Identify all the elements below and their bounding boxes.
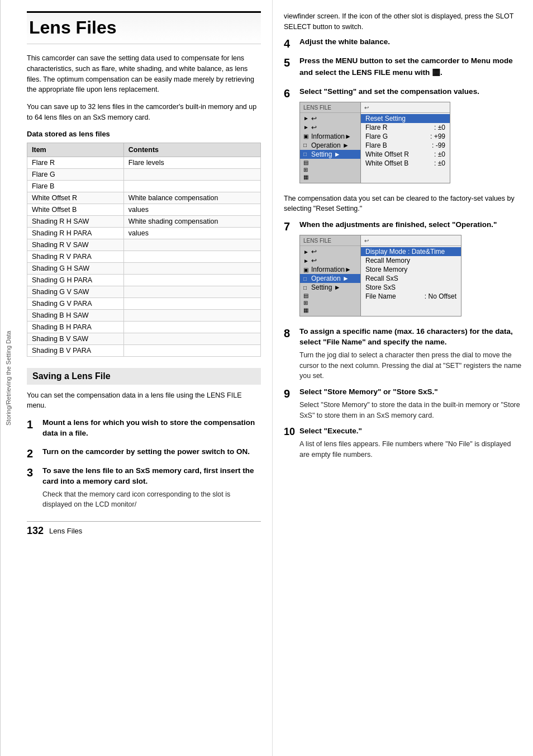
table-cell-contents: [123, 344, 260, 356]
table-cell-item: Flare G: [27, 168, 124, 180]
step-10-title: Select "Execute.": [299, 426, 522, 437]
table-cell-item: Shading R H SAW: [27, 215, 124, 227]
table-header-contents: Contents: [123, 143, 260, 157]
step-8-number: 8: [284, 327, 299, 340]
table-cell-item: White Offset B: [27, 204, 124, 215]
table-cell-contents: [123, 168, 260, 180]
step-3-title: To save the lens file to an SxS memory c…: [42, 466, 261, 487]
table-row: Shading B V SAW: [27, 333, 261, 344]
left-column: Lens Files This camcorder can save the s…: [16, 0, 273, 756]
menu1-row-arrow2: ►↩: [300, 123, 360, 132]
step-7-number: 7: [284, 220, 299, 233]
lens-file-menu-2: LENS FILE ►↩ ►↩ ▣Information► □Operation…: [299, 235, 522, 316]
step-9-desc: Select "Store Memory" to store the data …: [299, 400, 522, 421]
table-cell-contents: [123, 274, 260, 286]
step-2-number: 2: [27, 447, 42, 460]
step-6-content: Select "Setting" and set the compensatio…: [299, 87, 522, 188]
step-7-content: When the adjustments are finished, selec…: [299, 220, 522, 321]
table-cell-item: Shading R H PARA: [27, 227, 124, 239]
page-number: 132: [27, 525, 44, 537]
menu1-row-6: ▦: [300, 173, 360, 181]
table-cell-contents: [123, 239, 260, 251]
table-cell-contents: [123, 286, 260, 297]
step-10: 10 Select "Execute." A list of lens file…: [284, 426, 522, 460]
table-cell-contents: [123, 333, 260, 344]
menu1-sub-row-reset: Reset Setting: [361, 114, 450, 123]
menu2-sub-row-recallsxs: Recall SxS: [361, 274, 461, 283]
step-3-content: To save the lens file to an SxS memory c…: [42, 466, 261, 510]
step-1: 1 Mount a lens for which you wish to sto…: [27, 418, 261, 441]
step-9: 9 Select "Store Memory" or "Store SxS." …: [284, 387, 522, 420]
menu2-row-setting: □Setting ►: [300, 283, 360, 292]
menu2-sub-row-store: Store Memory: [361, 265, 461, 274]
page-title: Lens Files: [27, 11, 261, 44]
step-4: 4 Adjust the white balance.: [284, 37, 522, 50]
table-row: Shading G V PARA: [27, 297, 261, 309]
menu2-row-arrow1: ►↩: [300, 247, 360, 256]
table-row: Shading B V PARA: [27, 344, 261, 356]
table-cell-item: Shading B V SAW: [27, 333, 124, 344]
saving-section-title: Saving a Lens File: [27, 368, 261, 385]
menu2-sub-row-storesxs: Store SxS: [361, 283, 461, 292]
menu1-row-op: □Operation ►: [300, 141, 360, 150]
table-row: Shading G H SAW: [27, 262, 261, 274]
step-9-title: Select "Store Memory" or "Store SxS.": [299, 387, 522, 398]
table-row: Shading R V PARA: [27, 251, 261, 262]
table-cell-contents: [123, 321, 260, 333]
table-cell-item: Shading G H SAW: [27, 262, 124, 274]
step-10-desc: A list of lens files appears. File numbe…: [299, 439, 522, 460]
table-row: White Offset RWhite balance compensation: [27, 192, 261, 204]
step-7-title: When the adjustments are finished, selec…: [299, 220, 522, 230]
step-8: 8 To assign a specific name (max. 16 cha…: [284, 327, 522, 381]
table-cell-contents: White shading compensation: [123, 215, 260, 227]
step-2-title: Turn on the camcorder by setting the pow…: [42, 447, 261, 457]
step-6-number: 6: [284, 87, 299, 100]
menu1-sub-row-wob: White Offset B: ±0: [361, 159, 450, 168]
footer: 132 Lens Files: [27, 521, 261, 537]
step-1-number: 1: [27, 418, 42, 431]
step-7: 7 When the adjustments are finished, sel…: [284, 220, 522, 321]
table-row: Flare RFlare levels: [27, 157, 261, 168]
table-cell-contents: White balance compensation: [123, 192, 260, 204]
table-cell-item: Shading B V PARA: [27, 344, 124, 356]
step-2-content: Turn on the camcorder by setting the pow…: [42, 447, 261, 460]
menu2-row-info: ▣Information►: [300, 265, 360, 274]
table-row: Flare G: [27, 168, 261, 180]
step-9-content: Select "Store Memory" or "Store SxS." Se…: [299, 387, 522, 420]
table-cell-item: Flare R: [27, 157, 124, 168]
menu1-row-4: ▤: [300, 159, 360, 166]
menu2-sub-row-filename: File Name: No Offset: [361, 292, 461, 301]
step-5-content: Press the MENU button to set the camcord…: [299, 56, 522, 81]
menu2-row-6: ▦: [300, 306, 360, 314]
table-cell-contents: Flare levels: [123, 157, 260, 168]
table-cell-item: Shading G V SAW: [27, 286, 124, 297]
step-8-title: To assign a specific name (max. 16 chara…: [299, 327, 522, 348]
step-3-desc: Check that the memory card icon correspo…: [42, 489, 261, 511]
step-8-content: To assign a specific name (max. 16 chara…: [299, 327, 522, 381]
saving-intro: You can set the compensation data in a l…: [27, 390, 261, 412]
step-8-desc: Turn the jog dial to select a character …: [299, 350, 522, 381]
step-5-number: 5: [284, 56, 299, 69]
menu1-sub-row-wor: White Offset R: ±0: [361, 150, 450, 159]
step-4-number: 4: [284, 37, 299, 50]
table-row: Shading R H SAWWhite shading compensatio…: [27, 215, 261, 227]
right-column: viewfinder screen. If the icon of the ot…: [273, 0, 533, 756]
right-intro: viewfinder screen. If the icon of the ot…: [284, 11, 522, 32]
table-cell-contents: [123, 262, 260, 274]
menu2-row-5: ⊞: [300, 299, 360, 306]
intro-text-1: This camcorder can save the setting data…: [27, 53, 261, 95]
table-row: Shading G V SAW: [27, 286, 261, 297]
menu2-row-arrow2: ►↩: [300, 256, 360, 265]
menu1-left: LENS FILE ►↩ ►↩ ▣Information► □Operation…: [299, 102, 361, 183]
table-cell-contents: [123, 309, 260, 321]
step-1-content: Mount a lens for which you wish to store…: [42, 418, 261, 441]
step-2: 2 Turn on the camcorder by setting the p…: [27, 447, 261, 460]
intro-text-2: You can save up to 32 lens files in the …: [27, 102, 261, 123]
menu2-row-op: □Operation ►: [300, 274, 360, 283]
table-cell-contents: [123, 251, 260, 262]
data-subsection-title: Data stored as lens files: [27, 130, 261, 138]
menu1-right: ↩ Reset Setting Flare R: ±0 Flare G: +99…: [361, 102, 450, 183]
table-cell-contents: [123, 180, 260, 192]
menu2-row-4: ▤: [300, 292, 360, 299]
menu2-left: LENS FILE ►↩ ►↩ ▣Information► □Operation…: [299, 235, 361, 316]
